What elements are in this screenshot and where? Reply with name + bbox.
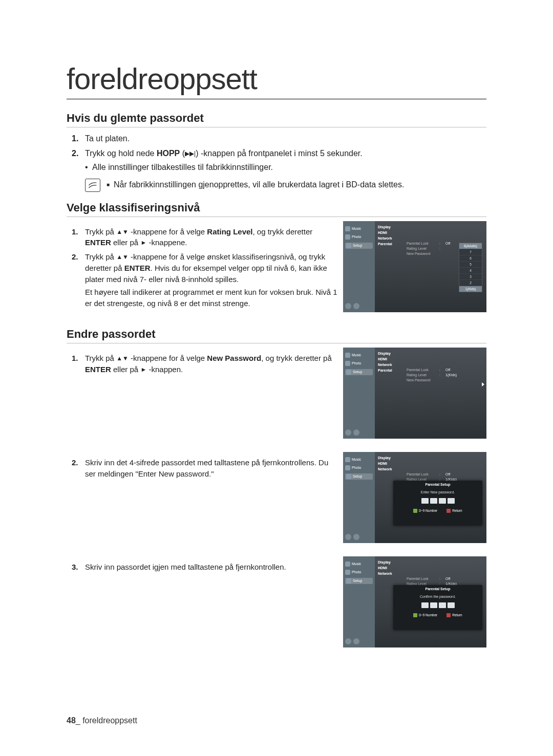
play-icon: ► (140, 240, 146, 247)
screenshot-new-password-menu: Music Photo Setup Display HDMI Network P… (343, 348, 486, 439)
modal-return-hint: Return (446, 509, 462, 513)
password-step-2: Skriv inn det 4-sifrede passordet med ta… (67, 457, 338, 480)
pin-boxes (395, 498, 480, 504)
modal-number-hint: 0~9 Number (413, 509, 437, 513)
modal-return-hint: Return (446, 613, 462, 617)
page-title: foreldreoppsett (67, 61, 486, 99)
heading-change-password: Endre passordet (67, 328, 486, 343)
skip-icon: ▶▶| (185, 150, 196, 157)
play-icon: ► (140, 366, 146, 373)
note-icon (85, 179, 100, 192)
screenshot-enter-new-password: Music Photo Setup Display HDMI Network P… (343, 452, 486, 543)
heading-forgot-password: Hvis du glemte passordet (67, 112, 486, 127)
modal-enter-msg: Enter New password. (395, 490, 480, 494)
up-down-arrows-icon: ▲▼ (116, 253, 129, 261)
forgot-step-2: Trykk og hold nede HOPP (▶▶|) -knappen p… (67, 147, 486, 173)
screenshot-rating-dropdown: Music Photo Setup Display HDMI Network P… (343, 221, 486, 312)
password-step-1: Trykk på ▲▼ -knappene for å velge New Pa… (67, 353, 338, 375)
modal-number-hint: 0~9 Number (413, 613, 437, 617)
rating-step-2-para: Et høyere tall indikerer at programmet e… (85, 287, 338, 309)
cursor-icon (482, 382, 484, 386)
up-down-arrows-icon: ▲▼ (116, 228, 129, 235)
heading-rating-level: Velge klassifiseringsnivå (67, 201, 486, 217)
pin-boxes (395, 602, 480, 608)
rating-step-2: Trykk på ▲▼ -knappene for å velge ønsket… (67, 251, 338, 309)
password-step-3: Skriv inn passordet igjen med talltasten… (67, 561, 338, 573)
page-footer: 48_ foreldreoppsett (67, 716, 137, 725)
modal-confirm-msg: Confirm the password. (395, 595, 480, 598)
modal-title: Parental Setup (395, 483, 480, 486)
forgot-step-1: Ta ut platen. (67, 133, 486, 144)
forgot-step-2-sub: Alle innstillinger tilbakestilles til fa… (85, 161, 486, 173)
rating-step-1: Trykk på ▲▼ -knappene for å velge Rating… (67, 226, 338, 249)
modal-title: Parental Setup (395, 587, 480, 591)
rating-dropdown: 8(Adults) 7 6 5 4 3 2 1(Kids) (459, 243, 482, 292)
note-text: Når fabrikkinnstillingen gjenopprettes, … (107, 179, 486, 190)
up-down-arrows-icon: ▲▼ (116, 355, 129, 362)
screenshot-confirm-password: Music Photo Setup Display HDMI Network P… (343, 556, 486, 647)
